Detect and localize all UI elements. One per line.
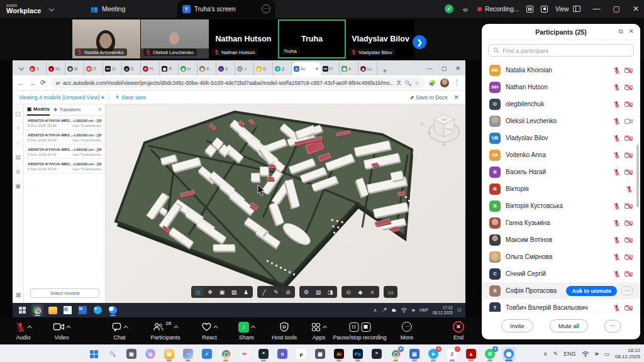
- caret-icon[interactable]: [174, 326, 178, 330]
- zoom-app-icon[interactable]: ⬤: [502, 347, 516, 361]
- orbit-tool-icon[interactable]: ◎: [192, 287, 204, 297]
- properties-pie-icon[interactable]: ◔: [16, 125, 19, 131]
- tab-options-icon[interactable]: ⋯: [262, 4, 270, 13]
- browser-tab-active[interactable]: AAc✕: [292, 62, 321, 75]
- site-model-3d[interactable]: [112, 104, 464, 303]
- video-tile-nadiia-antonenko[interactable]: Nadiia Antonenko: [72, 19, 140, 58]
- browser-tab[interactable]: ▥R: [197, 62, 216, 75]
- properties-tool-icon[interactable]: ▤: [313, 287, 324, 297]
- translate-icon[interactable]: 文: [396, 79, 402, 87]
- save-view-button[interactable]: 🖈 Save view: [114, 94, 146, 101]
- model-list-item[interactable]: AB56725-KYIVUA-MR2...-L00100.rvt - [3D]5…: [24, 145, 105, 159]
- next-participants-page-button[interactable]: ❯: [413, 35, 426, 49]
- participant-row[interactable]: BВікторія: [482, 180, 640, 197]
- first-person-tool-icon[interactable]: ♟: [240, 287, 252, 297]
- chrome-maximize-button[interactable]: ▢: [441, 65, 447, 72]
- apps-button[interactable]: Apps: [311, 320, 326, 341]
- copilot-icon[interactable]: ◎: [143, 347, 157, 361]
- browser-tab[interactable]: ▶X: [28, 62, 47, 75]
- invite-button[interactable]: Invite: [501, 319, 533, 332]
- whatsapp-icon[interactable]: ✆5: [483, 347, 497, 361]
- tray-volume-icon[interactable]: 🕪: [412, 307, 415, 314]
- browser-tab[interactable]: ⌁-I: [235, 62, 254, 75]
- zoom-page-icon[interactable]: 🔍: [405, 80, 412, 86]
- illustrator-icon[interactable]: Ai: [332, 347, 346, 361]
- remote-file-explorer-icon[interactable]: [47, 304, 58, 316]
- browser-tab[interactable]: HDCi: [103, 62, 122, 75]
- chrome-menu-icon[interactable]: ⋮: [453, 79, 460, 87]
- markup-tool-icon[interactable]: ✎: [270, 287, 282, 297]
- chrome-new-tab-button[interactable]: ＋: [381, 66, 388, 75]
- browser-tab[interactable]: ◉G: [254, 62, 273, 75]
- notes-blue-icon[interactable]: ▤: [408, 347, 421, 361]
- search-icon[interactable]: 🔍: [106, 347, 119, 361]
- participant-row[interactable]: VBVladyslav Bilov: [482, 129, 640, 146]
- chrome-minimize-button[interactable]: —: [427, 65, 433, 72]
- participant-row[interactable]: NKNatalia Khoroian: [482, 62, 640, 79]
- snipping-tool-icon[interactable]: ✂: [238, 347, 252, 361]
- tray-wifi-icon[interactable]: [582, 351, 589, 357]
- react-button[interactable]: React: [202, 320, 218, 341]
- model-list-item[interactable]: AB56725-KYIVUA-MR2...-L00100.rvt - [3D]5…: [24, 159, 105, 173]
- site-settings-icon[interactable]: ⇄: [55, 80, 60, 86]
- home-view-icon[interactable]: ⌂: [420, 119, 424, 126]
- tray-pen-icon[interactable]: ✎: [553, 351, 558, 357]
- close-panel-icon[interactable]: ✕: [97, 107, 102, 112]
- participant-row[interactable]: BВасиль Нагай: [482, 163, 640, 180]
- extensions-icon[interactable]: 🧩: [429, 80, 436, 86]
- tab-transform[interactable]: ✥Transform: [53, 107, 80, 112]
- workspace-dropdown-chevron-icon[interactable]: [49, 6, 54, 11]
- caret-icon[interactable]: [123, 326, 128, 330]
- participant-row[interactable]: Oolegbilenchuk: [482, 96, 640, 112]
- model-viewer-canvas[interactable]: ▢ ◔ ◌ ▤ ⊘ ▣ ▦ ▣Models ✥Transform ✕ AB567…: [13, 104, 465, 303]
- views-icon[interactable]: ▢: [15, 111, 21, 117]
- tray-language[interactable]: ENG: [564, 351, 576, 357]
- tray-clock[interactable]: 17:1208.12.2025: [433, 305, 453, 315]
- browser-tab[interactable]: ◆Lc: [358, 62, 377, 75]
- model-list-item[interactable]: AB56725-KYIVUA-MR2...-L00100.rvt - [3D]5…: [24, 116, 105, 130]
- browser-tab[interactable]: PPi: [141, 62, 160, 75]
- remote-chrome-icon[interactable]: [31, 304, 43, 316]
- forward-icon[interactable]: →: [29, 79, 36, 87]
- participant-row[interactable]: BВікторія Кустовська: [482, 197, 640, 214]
- video-tile-oleksii-levchenko[interactable]: Oleksii Levchenko: [141, 19, 209, 58]
- view-cube[interactable]: TOP BACK N W: [425, 107, 462, 148]
- video-button[interactable]: Video: [53, 320, 70, 341]
- find-participant-input[interactable]: Find a participant: [488, 44, 634, 57]
- connection-quality-icon[interactable]: [461, 5, 470, 13]
- file-explorer-icon[interactable]: ▤: [162, 347, 176, 361]
- dev-chat-icon[interactable]: ❝: [257, 347, 270, 361]
- window-minimize-button[interactable]: —: [593, 4, 601, 13]
- pop-out-icon[interactable]: ⧉: [618, 28, 623, 35]
- browser-tab[interactable]: MП: [84, 62, 103, 75]
- participant-row[interactable]: CСічний Сергій: [482, 265, 640, 282]
- browser-tab[interactable]: ◉In: [179, 62, 197, 75]
- task-view-icon[interactable]: ▣: [125, 347, 138, 361]
- host-button[interactable]: Host tools: [272, 320, 297, 341]
- explode-tool-icon[interactable]: ⊙: [343, 287, 354, 297]
- tray-mic-icon[interactable]: 🎤: [381, 307, 387, 313]
- video-tile-nathan-hutson[interactable]: Nathan HutsonNathan Hutson: [209, 19, 277, 58]
- remote-start-button[interactable]: [16, 304, 28, 316]
- bookmark-star-icon[interactable]: ☆: [414, 80, 419, 86]
- photoshop-icon[interactable]: Ps: [351, 347, 365, 361]
- zotero-icon[interactable]: Z!: [445, 347, 459, 361]
- select-models-button[interactable]: Select models: [30, 288, 99, 298]
- browser-tab[interactable]: ●Yo: [47, 62, 65, 75]
- participant-row[interactable]: Oleksii Levchenko: [482, 112, 640, 129]
- grid-icon[interactable]: ▦: [13, 292, 24, 298]
- tray-battery-icon[interactable]: ▭: [604, 351, 609, 357]
- browser-tab[interactable]: ▣A: [340, 62, 358, 75]
- tray-wifi-icon[interactable]: [401, 307, 408, 313]
- app-p-icon[interactable]: ρ: [294, 347, 308, 361]
- video-tile-truha[interactable]: TruhaTruha: [278, 19, 346, 58]
- browser-tab[interactable]: ◑S: [216, 62, 235, 75]
- zoom-fit-tool-icon[interactable]: ▣: [216, 287, 228, 297]
- pause-recording-button[interactable]: [526, 6, 533, 13]
- scrollbar-thumb[interactable]: [636, 145, 639, 207]
- chrome-close-button[interactable]: ✕: [455, 65, 460, 72]
- chrome-icon[interactable]: [219, 347, 233, 361]
- back-icon[interactable]: ←: [18, 79, 25, 87]
- ask-to-unmute-button[interactable]: Ask to unmute: [566, 286, 617, 296]
- close-panel-icon[interactable]: ✕: [629, 28, 634, 35]
